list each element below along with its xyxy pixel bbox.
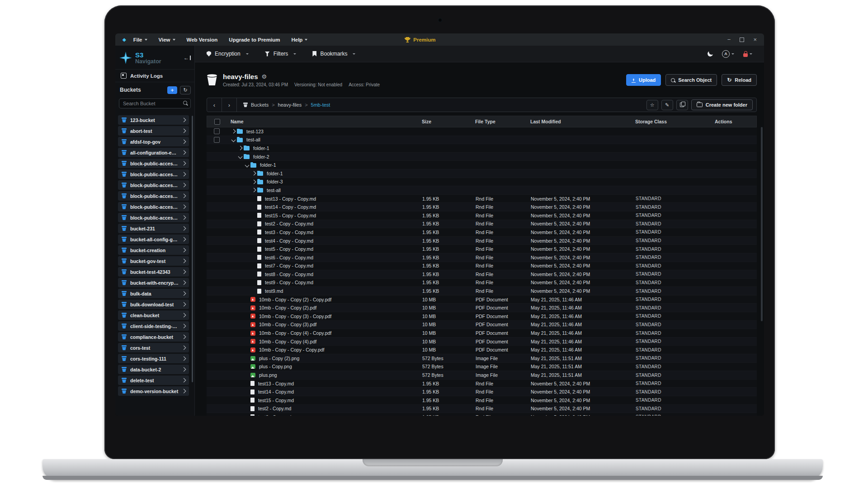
bucket-list-item[interactable]: clean-bucket (118, 310, 189, 320)
edit-button[interactable]: ✎ (661, 100, 673, 110)
account-menu[interactable] (743, 51, 752, 57)
theme-toggle-moon-icon[interactable] (707, 51, 714, 57)
table-row[interactable]: plus.png572 BytesImage FileMay 21, 2025,… (207, 371, 757, 380)
table-row[interactable]: test14 - Copy - Copy.md1.95 KBRnd FileNo… (207, 203, 757, 211)
bucket-list-item[interactable]: data-bucket-2 (118, 365, 189, 374)
table-scrollbar[interactable] (761, 127, 763, 321)
menu-file[interactable]: File (133, 37, 147, 42)
bucket-list-item[interactable]: block-public-access-b... (118, 191, 189, 201)
sidebar-item-activity-logs[interactable]: Activity Logs (115, 69, 194, 82)
add-bucket-button[interactable]: + (167, 86, 177, 94)
collapse-sidebar-icon[interactable]: ← (184, 56, 191, 60)
menu-help[interactable]: Help (291, 37, 307, 42)
bucket-list-item[interactable]: bulk-download-test (118, 300, 189, 309)
bucket-list-item[interactable]: abort-test (118, 126, 189, 136)
table-row[interactable]: 10mb - Copy - Copy (2).pdf10 MBPDF Docum… (207, 304, 757, 312)
table-row[interactable]: folder-1 (207, 161, 757, 169)
row-checkbox[interactable] (214, 137, 220, 143)
forward-button[interactable]: › (222, 98, 237, 112)
gear-icon[interactable]: ⚙ (262, 73, 267, 80)
table-row[interactable]: test-all (207, 186, 757, 195)
bucket-list-item[interactable]: block-public-access-b... (118, 213, 189, 222)
bucket-list-item[interactable]: bucket-with-encryption (118, 278, 189, 287)
table-row[interactable]: test15 - Copy - Copy.md1.95 KBRnd FileNo… (207, 211, 757, 220)
chevron-right-icon[interactable] (252, 171, 256, 176)
breadcrumb-segment[interactable]: 5mb-test (311, 102, 330, 108)
bucket-list-item[interactable]: bulk-data (118, 289, 189, 298)
table-row[interactable]: folder-1 (207, 144, 757, 153)
chevron-down-icon[interactable] (245, 163, 250, 167)
bucket-list-item[interactable]: 123-bucket (118, 115, 189, 125)
breadcrumb-segment[interactable]: heavy-files (278, 102, 302, 108)
table-row[interactable]: 10mb - Copy - Copy (4).pdf10 MBPDF Docum… (207, 338, 757, 346)
toolbar-menu-filters[interactable]: Filters (265, 51, 297, 57)
bucket-list-item[interactable]: bucket-creation (118, 245, 189, 255)
table-row[interactable]: test5 - Copy - Copy.md1.95 KBRnd FileNov… (207, 245, 757, 253)
bucket-list-item[interactable]: demo-version-bucket (118, 386, 189, 396)
bucket-list-item[interactable]: bucket-all-config-gove... (118, 235, 189, 244)
chevron-right-icon[interactable] (252, 179, 256, 184)
maximize-button[interactable] (740, 38, 744, 42)
chevron-right-icon[interactable] (252, 188, 256, 192)
table-row[interactable]: test9 - Copy - Copy.md1.95 KBRnd FileNov… (207, 279, 757, 287)
bucket-list-item[interactable]: block-public-access-b... (118, 169, 189, 179)
table-row[interactable]: test9.md1.95 KBRnd FileNovember 5, 2024,… (207, 287, 757, 296)
bucket-list-item[interactable]: cors-test (118, 343, 189, 352)
toolbar-menu-encryption[interactable]: Encryption (207, 51, 249, 57)
bucket-list-item[interactable]: compliance-bucket (118, 332, 189, 342)
table-row[interactable]: test-123 (207, 127, 757, 136)
table-row[interactable]: plus - Copy.png572 BytesImage FileMay 21… (207, 363, 757, 371)
bucket-list-item[interactable]: cors-testing-111 (118, 354, 189, 363)
toolbar-menu-bookmarks[interactable]: Bookmarks (312, 51, 355, 57)
upload-button[interactable]: Upload (626, 74, 661, 86)
menu-view[interactable]: View (159, 37, 175, 42)
table-row[interactable]: test13 - Copy.md1.95 KBRnd FileNovember … (207, 380, 757, 388)
bucket-list-item[interactable]: block-public-access-b... (118, 159, 189, 168)
bucket-list-item[interactable]: block-public-access-b... (118, 180, 189, 190)
table-row[interactable]: folder-2 (207, 153, 757, 161)
table-row[interactable]: test3 - Copy - Copy.md1.95 KBRnd FileNov… (207, 228, 757, 237)
chevron-right-icon[interactable] (238, 146, 243, 150)
table-row[interactable]: test13 - Copy - Copy.md1.95 KBRnd FileNo… (207, 195, 757, 203)
bucket-list-item[interactable]: all-configuration-enabl... (118, 148, 189, 157)
close-button[interactable]: × (753, 36, 757, 43)
table-row[interactable]: test6 - Copy - Copy.md1.95 KBRnd FileNov… (207, 253, 757, 262)
table-row[interactable]: test7 - Copy - Copy.md1.95 KBRnd FileNov… (207, 262, 757, 271)
favorite-button[interactable]: ☆ (646, 100, 658, 110)
chevron-down-icon[interactable] (238, 155, 243, 159)
bucket-list-item[interactable]: client-side-testing-sim... (118, 321, 189, 331)
table-row[interactable]: test-all (207, 136, 757, 145)
table-row[interactable]: 10mb - Copy - Copy (4) - Copy.pdf10 MBPD… (207, 329, 757, 338)
breadcrumb-segment[interactable]: Buckets (251, 102, 269, 108)
refresh-buckets-button[interactable]: ↻ (180, 86, 191, 94)
table-row[interactable]: plus - Copy (2).png572 BytesImage FileMa… (207, 354, 757, 363)
select-all-checkbox[interactable] (214, 119, 220, 125)
search-object-button[interactable]: Search Object (665, 74, 717, 86)
table-row[interactable]: test8 - Copy - Copy.md1.95 KBRnd FileNov… (207, 270, 757, 279)
bucket-list-item[interactable]: bucket-231 (118, 224, 189, 233)
menu-upgrade-to-premium[interactable]: Upgrade to Premium (229, 37, 280, 42)
back-button[interactable]: ‹ (207, 98, 222, 112)
table-row[interactable]: 10mb - Copy - Copy (3) - Copy.pdf10 MBPD… (207, 312, 757, 321)
row-checkbox[interactable] (214, 128, 220, 134)
bucket-list-item[interactable]: block-public-access-b... (118, 202, 189, 211)
reload-button[interactable]: ↻ Reload (722, 74, 757, 86)
chevron-right-icon[interactable] (231, 129, 236, 134)
chevron-down-icon[interactable] (231, 137, 236, 142)
table-row[interactable]: test2 - Copy.md1.95 KBRnd FileNovember 5… (207, 405, 757, 413)
menu-web-version[interactable]: Web Version (187, 37, 218, 42)
table-row[interactable]: test4 - Copy - Copy.md1.95 KBRnd FileNov… (207, 237, 757, 245)
language-menu[interactable]: A (722, 50, 734, 58)
bucket-list-item[interactable]: bucket-test-42343 (118, 267, 189, 277)
search-bucket-input[interactable] (119, 99, 191, 108)
table-row[interactable]: 10mb - Copy - Copy - Copy.pdf10 MBPDF Do… (207, 346, 757, 354)
bucket-list-item[interactable]: delete-test (118, 375, 189, 385)
table-row[interactable]: folder-3 (207, 178, 757, 187)
table-row[interactable]: test15 - Copy.md1.95 KBRnd FileNovember … (207, 396, 757, 405)
bucket-list-item[interactable]: afdsf-top-gov (118, 137, 189, 146)
bucket-list-item[interactable]: bucket-gov-test (118, 256, 189, 266)
table-row[interactable]: test2 - Copy - Copy.md1.95 KBRnd FileNov… (207, 220, 757, 229)
table-row[interactable]: test3 - Copy.md1.95 KBRnd FileNovember 5… (207, 413, 757, 416)
create-new-folder-button[interactable]: Create new folder (691, 99, 753, 110)
table-row[interactable]: 10mb - Copy - Copy (3).pdf10 MBPDF Docum… (207, 321, 757, 329)
